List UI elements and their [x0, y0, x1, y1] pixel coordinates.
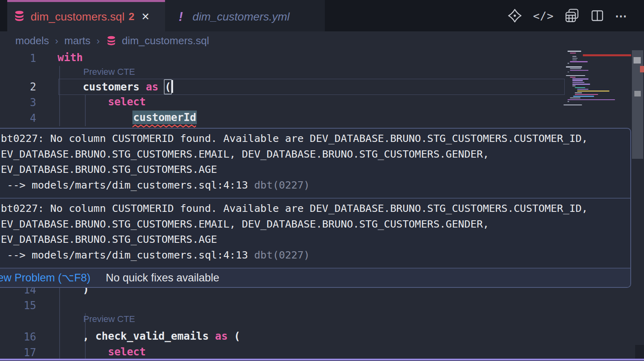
minimap-line: [568, 101, 569, 102]
minimap-line: [573, 96, 594, 97]
minimap-line: [568, 99, 615, 101]
minimap-line: [572, 80, 583, 81]
line-number: 16: [0, 331, 36, 343]
minimap-line: [572, 58, 578, 59]
minimap-line: [570, 68, 581, 69]
chevron-right-icon: ›: [97, 35, 100, 47]
database-icon: [106, 35, 117, 46]
line-number: 1: [0, 52, 36, 64]
code-line[interactable]: 17 select: [0, 345, 564, 360]
database-icon: [13, 10, 25, 24]
overview-ruler-error-mark: [640, 66, 644, 72]
tab-dim-customers-sql[interactable]: dim_customers.sql 2 ✕: [7, 0, 165, 31]
minimap-line: [572, 84, 590, 85]
code-text: customerId: [58, 111, 196, 123]
tab-bar: dim_customers.sql 2 ✕ ! dim_customers.ym…: [0, 0, 644, 31]
code-lens-preview-cte[interactable]: Preview CTE: [83, 67, 135, 77]
error-code: dbt(0227): [248, 249, 310, 261]
breadcrumb-models[interactable]: models: [15, 35, 49, 47]
close-icon[interactable]: ✕: [141, 11, 150, 23]
minimap-line: [568, 72, 569, 73]
split-editor-icon[interactable]: [590, 8, 605, 23]
minimap-line: [577, 89, 588, 90]
minimap-line: [575, 94, 598, 95]
dbt-logo-icon[interactable]: [507, 8, 522, 23]
minimap-line: [570, 53, 576, 54]
code-text: with: [58, 51, 83, 64]
chevron-right-icon: ›: [55, 35, 58, 47]
tab-title: dim_customers.yml: [192, 10, 289, 23]
breadcrumb-marts[interactable]: marts: [64, 35, 91, 47]
tab-dim-customers-yml[interactable]: ! dim_customers.yml: [165, 0, 325, 31]
code-line[interactable]: 4 customerId: [0, 110, 564, 126]
minimap-line: [572, 85, 576, 86]
minimap-line: [570, 61, 588, 62]
error-word-customerid[interactable]: customerId: [132, 111, 197, 124]
tab-problem-count: 2: [128, 10, 134, 23]
error-code: dbt(0227): [248, 179, 310, 191]
overview-ruler-info-mark: [634, 57, 641, 64]
copy-table-icon[interactable]: [564, 8, 580, 23]
code-text: select: [58, 96, 146, 108]
scrollbar[interactable]: [632, 44, 644, 361]
line-number: 17: [0, 347, 36, 359]
more-actions-icon[interactable]: ⋯: [615, 9, 628, 23]
minimap-line: [572, 78, 588, 80]
code-text: , check_valid_emails as (: [58, 330, 240, 342]
overview-ruler-info-mark: [634, 91, 641, 96]
minimap-line: [572, 56, 576, 57]
current-line-highlight: [58, 79, 565, 95]
minimap-line: [566, 75, 585, 76]
minimap-line: [575, 92, 582, 94]
minimap-line: [568, 63, 569, 64]
error-message-block: bt0227: No column CUSTOMERID found. Avai…: [0, 199, 630, 268]
minimap-line: [570, 70, 588, 71]
minimap-line: [568, 51, 581, 52]
code-text: select: [58, 346, 146, 358]
code-line[interactable]: 16 , check_valid_emails as (: [0, 329, 564, 345]
view-problem-link[interactable]: iew Problem (⌥F8): [0, 271, 91, 284]
code-line[interactable]: 3 select: [0, 94, 564, 110]
minimap-line: [570, 97, 580, 98]
minimap-line: [575, 87, 585, 88]
editor-actions: </> ⋯: [507, 0, 628, 31]
minimap-line: [566, 66, 582, 68]
minimap-error-line: [583, 54, 631, 56]
line-number: 4: [0, 112, 36, 124]
scrollbar-track-bottom: [635, 345, 644, 359]
error-message-block: bt0227: No column CUSTOMERID found. Avai…: [0, 129, 630, 198]
error-indicator-icon: !: [179, 10, 183, 24]
code-lens-preview-cte[interactable]: Preview CTE: [83, 314, 135, 324]
code-line[interactable]: 15: [0, 297, 564, 313]
error-hover-popup: bt0227: No column CUSTOMERID found. Avai…: [0, 128, 631, 288]
minimap-line: [572, 82, 584, 83]
line-number: 3: [0, 96, 36, 109]
minimap-line: [572, 59, 577, 61]
tab-title: dim_customers.sql: [31, 10, 124, 23]
line-number: 15: [0, 299, 36, 312]
line-number: 2: [0, 81, 36, 93]
code-line[interactable]: 1with: [0, 50, 564, 66]
minimap[interactable]: [564, 49, 631, 113]
minimap-line: [564, 105, 582, 106]
hover-status-bar: iew Problem (⌥F8) No quick fixes availab…: [0, 268, 630, 287]
inline-code-icon[interactable]: </>: [533, 10, 554, 22]
panel-top-border: [0, 359, 644, 361]
minimap-line: [577, 90, 609, 92]
scrollbar-slider[interactable]: [632, 47, 643, 159]
minimap-line: [570, 77, 576, 78]
breadcrumb-file[interactable]: dim_customers.sql: [122, 35, 209, 47]
no-quick-fixes-text: No quick fixes available: [106, 272, 219, 284]
breadcrumb: models › marts › dim_customers.sql: [0, 31, 644, 50]
